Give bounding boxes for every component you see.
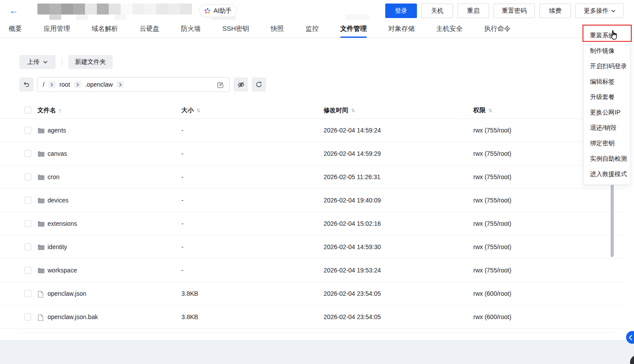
more-actions-button[interactable]: 更多操作 <box>575 4 624 18</box>
file-size: - <box>181 142 184 165</box>
redacted-block <box>49 15 61 20</box>
login-button[interactable]: 登录 <box>385 4 417 18</box>
file-name[interactable]: identity <box>48 235 67 259</box>
ai-assistant-button[interactable]: AI助手 <box>199 4 237 17</box>
reset-password-button[interactable]: 重置密码 <box>494 4 535 18</box>
file-name[interactable]: agents <box>48 119 66 142</box>
chevron-right-icon[interactable] <box>48 81 55 88</box>
tab-9[interactable]: 文件管理 <box>340 21 367 38</box>
menu-item-1[interactable]: 重装系统 <box>584 28 630 43</box>
file-modified-time: 2026-02-04 14:59:24 <box>324 119 381 142</box>
file-name[interactable]: openclaw.json <box>48 282 86 305</box>
file-name[interactable]: cron <box>48 165 59 189</box>
menu-item-9[interactable]: 实例自助检测 <box>584 151 630 166</box>
shutdown-button[interactable]: 关机 <box>421 4 453 18</box>
redacted-block <box>61 4 73 15</box>
file-size: - <box>181 165 184 189</box>
row-checkbox[interactable] <box>24 243 31 250</box>
file-size: - <box>181 235 184 259</box>
file-permission: rwx (755/root) <box>473 165 511 189</box>
menu-item-10[interactable]: 进入救援模式 <box>584 166 630 182</box>
column-header-size[interactable]: 大小⇅ <box>181 101 200 119</box>
folder-icon <box>37 174 45 182</box>
select-all-checkbox[interactable] <box>24 107 31 114</box>
row-checkbox[interactable] <box>24 127 31 134</box>
upload-button[interactable]: 上传 <box>19 55 55 69</box>
back-icon[interactable]: ← <box>8 5 19 16</box>
column-header-permission[interactable]: 权限⇅ <box>473 101 492 119</box>
row-checkbox[interactable] <box>24 220 31 227</box>
file-permission: rwx (755/root) <box>473 235 511 259</box>
file-permission: rwx (600/root) <box>473 305 511 329</box>
file-name[interactable]: extensions <box>48 212 77 235</box>
file-permission: rwx (755/root) <box>473 189 511 212</box>
file-icon <box>37 290 44 299</box>
folder-icon <box>37 221 45 228</box>
collapse-panel-button[interactable] <box>626 331 634 344</box>
menu-item-5[interactable]: 升级套餐 <box>584 89 630 105</box>
file-permission: rwx (755/root) <box>473 212 511 235</box>
file-name[interactable]: workspace <box>48 259 77 282</box>
tab-8[interactable]: 监控 <box>306 21 319 38</box>
tab-2[interactable]: 应用管理 <box>44 21 70 38</box>
breadcrumb-segment-openclaw[interactable]: .openclaw <box>85 81 113 88</box>
menu-item-2[interactable]: 制作镜像 <box>584 43 630 59</box>
tab-4[interactable]: 云硬盘 <box>140 21 159 38</box>
redacted-block <box>346 15 369 20</box>
chevron-down-icon <box>611 10 616 12</box>
file-name[interactable]: devices <box>48 189 68 212</box>
chevron-right-icon[interactable] <box>117 81 124 88</box>
table-header: 文件名↑ 大小⇅ 修改时间⇅ 权限⇅ <box>0 101 626 119</box>
column-header-modified[interactable]: 修改时间⇅ <box>324 101 355 119</box>
breadcrumb-root[interactable]: / <box>43 81 44 88</box>
menu-item-7[interactable]: 退还/销毁 <box>584 120 630 136</box>
column-header-filename[interactable]: 文件名↑ <box>37 101 62 119</box>
file-modified-time: 2026-02-04 23:54:05 <box>324 282 381 305</box>
menu-item-3[interactable]: 开启扫码登录 <box>584 59 630 74</box>
tab-3[interactable]: 域名解析 <box>92 21 118 38</box>
file-size: - <box>181 189 184 212</box>
chevron-down-icon <box>43 61 48 63</box>
row-checkbox[interactable] <box>24 313 31 320</box>
sort-icon: ⇅ <box>196 108 200 113</box>
row-checkbox[interactable] <box>24 150 31 157</box>
toggle-hidden-files-button[interactable] <box>234 77 248 92</box>
renew-button[interactable]: 续费 <box>539 4 571 18</box>
tab-12[interactable]: 执行命令 <box>484 21 511 38</box>
table-row: identity-2026-02-04 14:59:30rwx (755/roo… <box>0 235 626 259</box>
tab-5[interactable]: 防火墙 <box>181 21 201 38</box>
chevron-right-icon[interactable] <box>74 81 81 88</box>
row-checkbox[interactable] <box>24 173 31 180</box>
file-name[interactable]: openclaw.json.bak <box>48 305 98 329</box>
menu-item-4[interactable]: 编辑标签 <box>584 74 630 89</box>
breadcrumb-segment-root[interactable]: root <box>59 81 70 88</box>
new-folder-button[interactable]: 新建文件夹 <box>68 55 113 69</box>
file-modified-time: 2026-02-04 23:54:05 <box>324 305 381 329</box>
row-checkbox[interactable] <box>24 197 31 204</box>
tab-1[interactable]: 概要 <box>9 21 22 38</box>
refresh-button[interactable] <box>252 77 266 92</box>
file-manager-panel: 上传 新建文件夹 / root .opencl <box>0 38 634 340</box>
tab-11[interactable]: 主机安全 <box>436 21 463 38</box>
tab-7[interactable]: 快照 <box>271 21 284 38</box>
tab-bar: 概要应用管理域名解析云硬盘防火墙SSH密钥快照监控文件管理对象存储主机安全执行命… <box>0 21 634 38</box>
row-checkbox[interactable] <box>24 290 31 297</box>
vertical-scrollbar[interactable] <box>611 183 614 257</box>
menu-item-6[interactable]: 更换公网IP <box>584 105 630 120</box>
tab-6[interactable]: SSH密钥 <box>222 21 249 38</box>
table-row: extensions-2026-02-04 15:02:16rwx (755/r… <box>0 212 626 235</box>
file-size: 3.8KB <box>181 305 198 329</box>
row-checkbox[interactable] <box>24 267 31 274</box>
restart-button[interactable]: 重启 <box>457 4 489 18</box>
menu-item-8[interactable]: 绑定密钥 <box>584 136 630 151</box>
table-row: openclaw.json3.8KB2026-02-04 23:54:05rwx… <box>0 282 626 305</box>
go-up-button[interactable] <box>19 77 33 92</box>
redacted-block <box>121 4 133 15</box>
edit-path-icon[interactable] <box>217 81 224 88</box>
breadcrumb[interactable]: / root .openclaw <box>37 77 230 92</box>
file-name[interactable]: canvas <box>48 142 67 165</box>
corner-fab-partial[interactable] <box>630 355 634 364</box>
tab-10[interactable]: 对象存储 <box>388 21 415 38</box>
file-permission: rwx (600/root) <box>473 282 511 305</box>
table-row: agents-2026-02-04 14:59:24rwx (755/root) <box>0 119 626 142</box>
